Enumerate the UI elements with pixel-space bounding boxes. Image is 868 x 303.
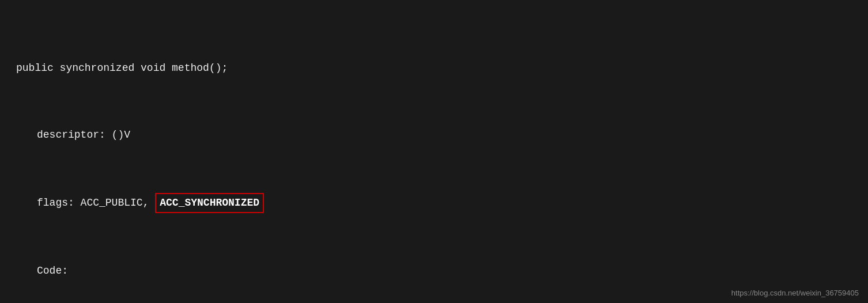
line-1: public synchronized void method(); <box>16 60 852 77</box>
watermark: https://blog.csdn.net/weixin_36759405 <box>731 289 859 297</box>
line-2-text: descriptor: ()V <box>37 127 130 143</box>
line-3: flags: ACC_PUBLIC, ACC_SYNCHRONIZED <box>37 193 852 213</box>
acc-synchronized-highlight: ACC_SYNCHRONIZED <box>155 193 264 213</box>
line-4-text: Code: <box>37 263 68 279</box>
code-block: public synchronized void method(); descr… <box>0 0 868 303</box>
line-3-prefix: flags: ACC_PUBLIC, <box>37 195 155 211</box>
line-2: descriptor: ()V <box>37 127 852 143</box>
line-1-text: public synchronized void method(); <box>16 60 228 77</box>
line-4: Code: <box>37 263 852 279</box>
